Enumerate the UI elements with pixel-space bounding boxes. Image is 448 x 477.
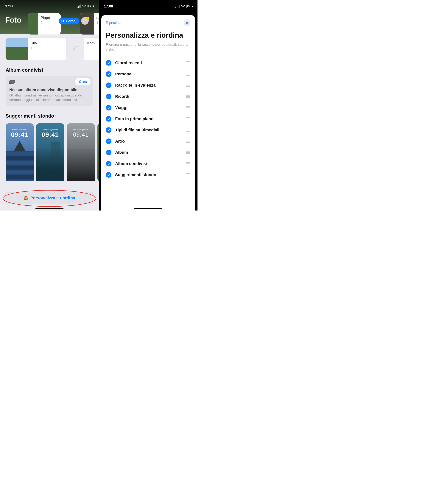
search-label: Cerca [66, 19, 76, 23]
collection-label: Ricordi [115, 94, 182, 99]
status-icons: 25 [175, 4, 192, 8]
empty-body: Gli album condivisi verranno mostrati qu… [9, 93, 90, 102]
collection-label: Giorni recenti [115, 60, 182, 65]
photos-main-screen: 17:08 25 Foto Pippo 2 nap 119 [0, 0, 99, 210]
drag-handle-icon[interactable] [186, 151, 190, 154]
wallpaper-suggestions[interactable]: Martedì 9 gennaio 09:41 Martedì 9 gennai… [0, 121, 99, 181]
collection-row[interactable]: Persone [106, 68, 190, 80]
wallpaper-tile[interactable]: Martedì 9 gennaio 09:41 [36, 123, 64, 181]
drag-handle-icon[interactable] [186, 140, 190, 143]
home-indicator[interactable] [36, 208, 63, 209]
collection-row[interactable]: Ricordi [106, 91, 190, 102]
restore-button[interactable]: Ripristina [106, 21, 121, 25]
drag-handle-icon[interactable] [186, 162, 190, 165]
customize-reorder-button[interactable]: Personalizza e riordina [4, 192, 95, 204]
drag-handle-icon[interactable] [186, 173, 190, 176]
drag-handle-icon[interactable] [186, 129, 190, 131]
drag-handle-icon[interactable] [186, 106, 190, 109]
photos-stack-icon [69, 38, 84, 60]
drag-handle-icon[interactable] [186, 84, 190, 87]
checkbox-checked-icon[interactable] [106, 94, 111, 99]
wallpaper-tile[interactable] [97, 123, 99, 181]
cellular-icon [77, 5, 81, 8]
wallpaper-date: Martedì 9 gennaio [12, 129, 27, 131]
collection-row[interactable]: Foto in primo piano [106, 113, 190, 125]
drag-handle-icon[interactable] [186, 61, 190, 64]
album-count: 119 [96, 21, 99, 25]
album-tile[interactable]: Pippo 2 [28, 13, 61, 35]
collection-label: Raccolte in evidenza [115, 83, 182, 88]
collection-label: Altro [115, 139, 182, 144]
collection-row[interactable]: Altro [106, 136, 190, 147]
section-heading-shared[interactable]: Album condivisi [0, 60, 99, 76]
status-time: 17:08 [5, 4, 14, 8]
shared-albums-empty-card: Crea Nessun album condiviso disponibile … [6, 76, 93, 106]
status-icons: 25 [77, 4, 94, 8]
close-button[interactable] [184, 19, 190, 26]
album-name: nap [96, 16, 99, 20]
collection-label: Foto in primo piano [115, 116, 182, 121]
checkbox-checked-icon[interactable] [106, 138, 111, 144]
checkbox-checked-icon[interactable] [106, 83, 111, 88]
collections-list: Giorni recentiPersoneRaccolte in evidenz… [106, 57, 190, 180]
empty-title: Nessun album condiviso disponibile [9, 88, 90, 92]
wallpaper-date: Martedì 9 gennaio [43, 129, 58, 131]
album-count: 2 [41, 21, 50, 25]
photos-app-icon [24, 196, 28, 200]
checkbox-checked-icon[interactable] [106, 172, 111, 178]
checkbox-checked-icon[interactable] [106, 60, 111, 66]
cellular-icon [175, 5, 179, 8]
checkbox-checked-icon[interactable] [106, 161, 111, 167]
create-button[interactable]: Crea [75, 78, 90, 85]
checkbox-checked-icon[interactable] [106, 116, 111, 122]
battery-icon: 25 [186, 5, 192, 8]
sheet-title: Personalizza e riordina [106, 31, 190, 40]
album-thumbnail [28, 13, 38, 35]
wallpaper-clock: 09:41 [11, 131, 28, 138]
album-name: Sila [31, 41, 37, 45]
chevron-right-icon: › [55, 113, 57, 118]
customize-sheet: Ripristina Personalizza e riordina Riord… [101, 15, 195, 210]
home-indicator[interactable] [134, 208, 162, 209]
collection-row[interactable]: Viaggi [106, 102, 190, 113]
album-count: 0 [86, 46, 95, 50]
collection-row[interactable]: Suggerimenti sfondo [106, 169, 190, 180]
collection-label: Viaggi [115, 105, 182, 110]
collection-label: Album [115, 150, 182, 155]
collection-row[interactable]: Album [106, 147, 190, 158]
wallpaper-tile[interactable]: Martedì 9 gennaio 09:41 [6, 123, 34, 181]
collection-row[interactable]: Giorni recenti [106, 57, 190, 68]
wifi-icon [82, 4, 86, 8]
album-name: Pippo [41, 16, 50, 20]
sheet-subtitle: Riordina o nascondi le raccolte per pers… [106, 42, 190, 52]
checkbox-checked-icon[interactable] [106, 71, 111, 77]
collection-label: Album condivisi [115, 161, 182, 166]
search-button[interactable]: Cerca [59, 18, 79, 24]
svg-rect-3 [75, 47, 79, 50]
drag-handle-icon[interactable] [186, 117, 190, 120]
collection-row[interactable]: Album condivisi [106, 158, 190, 169]
status-bar: 17:08 25 [99, 0, 197, 9]
customize-sheet-screen: 17:08 25 Ripristina Personalizza e riord… [99, 0, 197, 210]
svg-line-1 [63, 21, 64, 22]
checkbox-checked-icon[interactable] [106, 150, 111, 155]
collection-row[interactable]: Tipi di file multimediali [106, 125, 190, 136]
status-time: 17:08 [104, 4, 113, 8]
collection-row[interactable]: Raccolte in evidenza [106, 80, 190, 91]
album-count: 13 [31, 46, 37, 50]
checkbox-checked-icon[interactable] [106, 105, 111, 110]
svg-point-0 [62, 20, 64, 22]
wallpaper-clock: 09:41 [73, 131, 89, 138]
drag-handle-icon[interactable] [186, 95, 190, 98]
section-heading-wallpaper[interactable]: Suggerimenti sfondo › [0, 106, 99, 121]
drag-handle-icon[interactable] [186, 73, 190, 76]
wallpaper-tile[interactable]: Martedì 9 gennaio 09:41 [67, 123, 95, 181]
page-title: Foto [2, 16, 21, 32]
collection-label: Suggerimenti sfondo [115, 173, 182, 177]
collection-label: Tipi di file multimediali [115, 128, 182, 132]
collection-label: Persone [115, 72, 182, 77]
profile-avatar[interactable] [81, 17, 89, 25]
album-tile[interactable]: Sila 13 [6, 38, 66, 60]
checkbox-checked-icon[interactable] [106, 127, 111, 133]
album-tile[interactable]: Mom 0 [69, 38, 99, 60]
